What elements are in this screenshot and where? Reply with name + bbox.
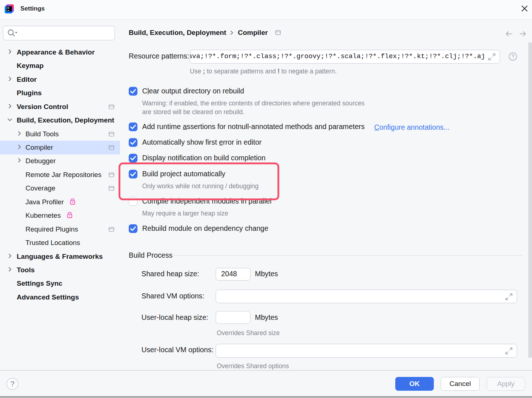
svg-text:?: ?: [10, 379, 15, 388]
svg-text:?: ?: [511, 53, 514, 59]
